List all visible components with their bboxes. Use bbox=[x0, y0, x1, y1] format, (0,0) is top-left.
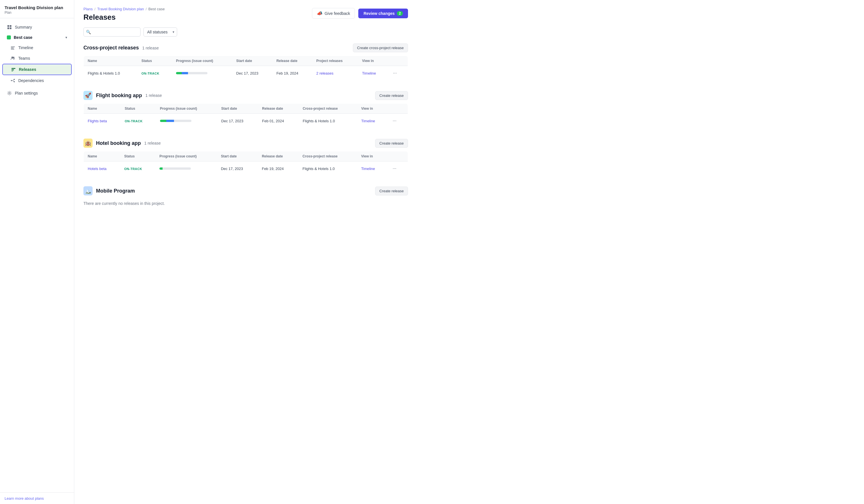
col-status: Status bbox=[121, 104, 156, 114]
col-start-date: Start date bbox=[217, 104, 258, 114]
summary-label: Summary bbox=[15, 25, 32, 29]
svg-rect-9 bbox=[11, 68, 15, 69]
create-flight-release-button[interactable]: Create release bbox=[375, 91, 408, 100]
row-progress bbox=[155, 161, 217, 176]
col-progress: Progress (issue count) bbox=[172, 56, 232, 66]
row-more: ··· bbox=[387, 66, 408, 81]
sidebar-item-summary[interactable]: Summary bbox=[2, 22, 72, 32]
timeline-label: Timeline bbox=[18, 45, 33, 50]
breadcrumb-plan[interactable]: Travel Booking Division plan bbox=[97, 7, 144, 11]
svg-rect-2 bbox=[8, 27, 9, 29]
flight-booking-section: 🚀 Flight booking app 1 release Create re… bbox=[83, 91, 408, 128]
filter-wrap: All statuses On-track At risk Off-track … bbox=[143, 27, 177, 37]
svg-rect-6 bbox=[11, 49, 14, 49]
table-row: Hotels beta ON-TRACK Dec 17, 2023 Fe bbox=[84, 161, 408, 176]
search-bar-row: 🔍 All statuses On-track At risk Off-trac… bbox=[83, 27, 408, 37]
sidebar-item-best-case[interactable]: Best case ▾ bbox=[2, 33, 72, 42]
breadcrumb-plans[interactable]: Plans bbox=[83, 7, 93, 11]
header-actions: 📣 Give feedback Review changes 2 bbox=[312, 8, 408, 19]
col-release-date: Release date bbox=[272, 56, 312, 66]
view-in-timeline-link[interactable]: Timeline bbox=[361, 119, 375, 123]
app-sub: Plan bbox=[4, 11, 69, 14]
col-status: Status bbox=[120, 152, 155, 161]
best-case-dot bbox=[7, 35, 11, 39]
status-filter[interactable]: All statuses On-track At risk Off-track bbox=[143, 27, 177, 37]
best-case-label: Best case bbox=[14, 35, 32, 40]
view-in-timeline-link[interactable]: Timeline bbox=[362, 71, 376, 75]
review-label: Review changes bbox=[363, 11, 395, 16]
row-more-button[interactable]: ··· bbox=[391, 165, 398, 172]
create-hotel-release-button[interactable]: Create release bbox=[375, 139, 408, 148]
breadcrumb: Plans / Travel Booking Division plan / B… bbox=[83, 7, 165, 11]
flights-beta-link[interactable]: Flights beta bbox=[88, 119, 107, 123]
review-changes-button[interactable]: Review changes 2 bbox=[358, 9, 408, 18]
col-project-releases: Project releases bbox=[312, 56, 358, 66]
sidebar-item-plan-settings[interactable]: Plan settings bbox=[2, 88, 72, 98]
col-name: Name bbox=[84, 152, 120, 161]
hotel-booking-header-row: 🏨 Hotel booking app 1 release Create rel… bbox=[83, 139, 408, 148]
timeline-icon bbox=[10, 45, 15, 50]
col-name: Name bbox=[84, 104, 121, 114]
view-in-timeline-link[interactable]: Timeline bbox=[361, 167, 375, 171]
app-name: Travel Booking Division plan bbox=[4, 5, 69, 10]
create-cross-project-release-button[interactable]: Create cross-project release bbox=[353, 44, 408, 52]
col-progress: Progress (issue count) bbox=[155, 152, 217, 161]
row-name: Flights & Hotels 1.0 bbox=[84, 66, 137, 81]
svg-point-14 bbox=[14, 81, 15, 82]
row-more: ··· bbox=[387, 161, 408, 176]
row-progress bbox=[156, 114, 217, 128]
sidebar-item-teams[interactable]: Teams bbox=[2, 53, 72, 63]
sidebar-item-releases[interactable]: Releases bbox=[2, 64, 72, 75]
sidebar-item-timeline[interactable]: Timeline bbox=[2, 43, 72, 53]
col-cross-project: Cross-project release bbox=[299, 152, 357, 161]
svg-rect-0 bbox=[8, 25, 9, 27]
sidebar-footer: Learn more about plans bbox=[0, 492, 74, 504]
col-cross-project: Cross-project release bbox=[299, 104, 357, 114]
mobile-program-icon: 🏔️ bbox=[83, 186, 93, 195]
hotels-beta-link[interactable]: Hotels beta bbox=[88, 167, 107, 171]
svg-rect-3 bbox=[10, 27, 11, 29]
row-more-button[interactable]: ··· bbox=[392, 70, 398, 76]
give-feedback-button[interactable]: 📣 Give feedback bbox=[312, 8, 355, 19]
hotel-booking-title-area: 🏨 Hotel booking app 1 release bbox=[83, 139, 161, 148]
breadcrumb-current: Best case bbox=[148, 7, 165, 11]
table-row: Flights beta ON-TRACK Dec 17, 2023 F bbox=[84, 114, 408, 128]
row-more-button[interactable]: ··· bbox=[391, 118, 398, 124]
main-content: Plans / Travel Booking Division plan / B… bbox=[74, 0, 864, 504]
row-status: ON-TRACK bbox=[121, 114, 156, 128]
sidebar: Travel Booking Division plan Plan Summar… bbox=[0, 0, 74, 504]
sidebar-item-dependencies[interactable]: Dependencies bbox=[2, 75, 72, 86]
col-release-date: Release date bbox=[258, 104, 299, 114]
row-more: ··· bbox=[387, 114, 408, 128]
flight-booking-title: Flight booking app bbox=[96, 93, 142, 99]
search-icon: 🔍 bbox=[86, 30, 91, 34]
chevron-down-icon: ▾ bbox=[65, 36, 67, 39]
sidebar-header: Travel Booking Division plan Plan bbox=[0, 0, 74, 18]
search-input[interactable] bbox=[83, 27, 141, 37]
col-actions bbox=[387, 104, 408, 114]
col-view-in: View in bbox=[358, 56, 387, 66]
row-cross-project: Flights & Hotels 1.0 bbox=[299, 161, 357, 176]
mobile-program-title-area: 🏔️ Mobile Program bbox=[83, 186, 135, 195]
hotel-booking-count: 1 release bbox=[144, 141, 161, 145]
col-actions bbox=[387, 152, 408, 161]
hotel-booking-section: 🏨 Hotel booking app 1 release Create rel… bbox=[83, 139, 408, 176]
row-name: Hotels beta bbox=[84, 161, 120, 176]
gear-icon bbox=[7, 91, 12, 96]
flight-booking-title-area: 🚀 Flight booking app 1 release bbox=[83, 91, 162, 100]
svg-point-15 bbox=[9, 93, 10, 94]
learn-more-link[interactable]: Learn more about plans bbox=[4, 496, 44, 501]
col-view-in: View in bbox=[357, 104, 387, 114]
svg-point-12 bbox=[11, 80, 12, 81]
row-view-in: Timeline bbox=[358, 66, 387, 81]
col-view-in: View in bbox=[357, 152, 387, 161]
project-releases-link[interactable]: 2 releases bbox=[316, 71, 333, 75]
svg-rect-1 bbox=[10, 25, 11, 27]
flight-booking-table: Name Status Progress (issue count) Start… bbox=[83, 104, 408, 128]
releases-label: Releases bbox=[19, 67, 36, 72]
row-start-date: Dec 17, 2023 bbox=[217, 114, 258, 128]
flight-booking-icon: 🚀 bbox=[83, 91, 93, 100]
create-mobile-release-button[interactable]: Create release bbox=[375, 187, 408, 195]
flight-booking-count: 1 release bbox=[145, 93, 162, 98]
svg-rect-5 bbox=[11, 48, 14, 48]
